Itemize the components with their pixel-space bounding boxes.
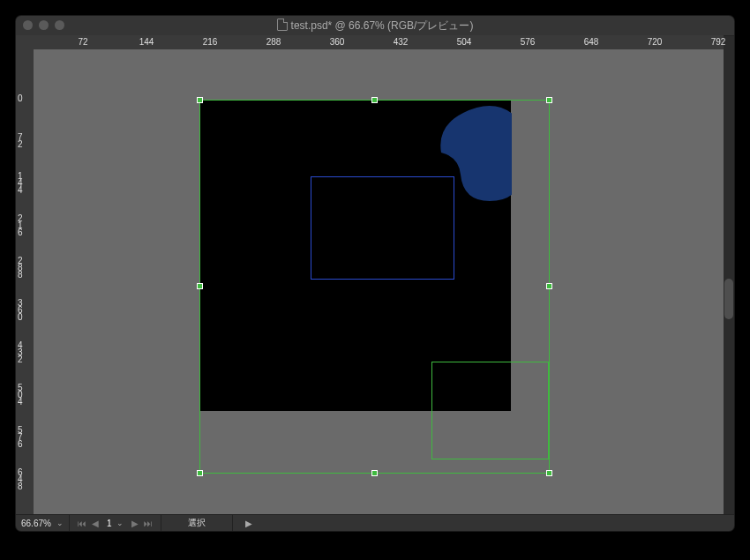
handle-bottom-left[interactable] xyxy=(197,470,203,476)
ruler-tick: 288 xyxy=(18,258,23,279)
tool-mode[interactable]: 選択 xyxy=(161,515,233,531)
zoom-control[interactable]: 66.67% ⌄ xyxy=(16,515,70,531)
scrollbar-thumb[interactable] xyxy=(724,279,733,319)
handle-top-left[interactable] xyxy=(197,97,203,103)
play-icon[interactable]: ▶ xyxy=(245,519,252,528)
next-page-icon[interactable]: ▶ xyxy=(129,519,141,528)
handle-left[interactable] xyxy=(197,283,203,289)
ruler-tick: 72 xyxy=(18,134,23,148)
playback: ▶ xyxy=(233,515,258,531)
titlebar: test.psd* @ 66.67% (RGB/プレビュー) xyxy=(16,16,734,36)
ruler-tick: 72 xyxy=(78,37,87,47)
ruler-tick: 144 xyxy=(18,173,23,194)
app-window: test.psd* @ 66.67% (RGB/プレビュー) 72 144 21… xyxy=(16,16,734,531)
ruler-vertical[interactable]: 0 72 144 216 288 360 432 504 576 648 xyxy=(16,49,34,515)
tool-mode-label: 選択 xyxy=(188,517,206,529)
prev-page-icon[interactable]: ◀ xyxy=(89,519,101,528)
selection-bounding-box[interactable] xyxy=(199,100,550,474)
ruler-tick: 432 xyxy=(18,342,23,363)
handle-bottom[interactable] xyxy=(371,470,378,476)
ruler-tick: 648 xyxy=(584,37,599,47)
page-nav: ⏮ ◀ 1 ⌄ ▶ ⏭ xyxy=(70,515,162,531)
last-page-icon[interactable]: ⏭ xyxy=(141,519,155,528)
canvas-area[interactable] xyxy=(34,49,724,515)
ruler-tick: 576 xyxy=(521,37,536,47)
ruler-tick: 216 xyxy=(203,37,218,47)
ruler-tick: 432 xyxy=(394,37,409,47)
ruler-tick: 360 xyxy=(18,300,23,321)
ruler-tick: 288 xyxy=(266,37,281,47)
ruler-horizontal[interactable]: 72 144 216 288 360 432 504 576 648 720 7… xyxy=(34,35,724,50)
ruler-tick: 144 xyxy=(139,37,154,47)
ruler-tick: 504 xyxy=(457,37,472,47)
chevron-down-icon[interactable]: ⌄ xyxy=(56,519,64,527)
ruler-tick: 576 xyxy=(18,427,23,448)
handle-top[interactable] xyxy=(371,97,378,103)
ruler-tick: 648 xyxy=(18,469,23,490)
ruler-tick: 216 xyxy=(18,215,23,236)
handle-top-right[interactable] xyxy=(546,97,552,103)
chevron-down-icon[interactable]: ⌄ xyxy=(116,519,124,527)
ruler-tick: 720 xyxy=(648,37,663,47)
ruler-tick: 504 xyxy=(18,385,23,406)
zoom-value: 66.67% xyxy=(21,519,51,528)
handle-bottom-right[interactable] xyxy=(546,470,552,476)
page-number[interactable]: 1 xyxy=(101,519,117,528)
ruler-tick: 792 xyxy=(711,37,726,47)
first-page-icon[interactable]: ⏮ xyxy=(75,519,89,528)
statusbar: 66.67% ⌄ ⏮ ◀ 1 ⌄ ▶ ⏭ 選択 ▶ xyxy=(16,514,734,531)
window-title: test.psd* @ 66.67% (RGB/プレビュー) xyxy=(16,19,734,34)
document-icon xyxy=(277,19,288,31)
handle-right[interactable] xyxy=(546,283,552,289)
ruler-origin[interactable] xyxy=(16,35,34,50)
ruler-tick: 0 xyxy=(18,95,23,102)
title-text: test.psd* @ 66.67% (RGB/プレビュー) xyxy=(291,19,474,32)
scrollbar-vertical[interactable] xyxy=(724,49,734,515)
ruler-tick: 360 xyxy=(330,37,345,47)
